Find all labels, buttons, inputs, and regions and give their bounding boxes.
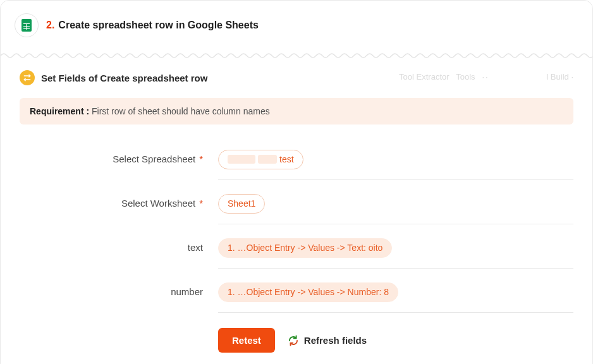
step-panel: 2.Create spreadsheet row in Google Sheet… bbox=[0, 0, 593, 364]
ghost-left: Tool Extractor Tools ·· bbox=[399, 72, 489, 82]
required-star: * bbox=[199, 154, 203, 164]
ghost-row: Tool Extractor Tools ·· I Build · bbox=[399, 72, 573, 82]
field-worksheet[interactable]: Sheet1 bbox=[218, 191, 573, 224]
retest-button[interactable]: Retest bbox=[218, 328, 275, 353]
actions-row: Retest Refresh fields bbox=[20, 313, 573, 353]
row-worksheet: Select Worksheet* Sheet1 bbox=[20, 180, 573, 224]
redacted-block bbox=[228, 155, 255, 164]
pill-text-value: 1. …Object Entry -> Values -> Text: oito bbox=[228, 243, 382, 253]
required-star: * bbox=[199, 198, 203, 209]
pill-number-value: 1. …Object Entry -> Values -> Number: 8 bbox=[228, 287, 389, 298]
subheader: Set Fields of Create spreadsheet row Too… bbox=[1, 59, 592, 94]
requirement-banner: Requirement : First row of sheet should … bbox=[20, 98, 573, 124]
redacted-block bbox=[258, 155, 277, 164]
step-number: 2. bbox=[46, 20, 54, 30]
swap-icon bbox=[20, 70, 35, 85]
app-icon-wrap bbox=[15, 13, 39, 37]
field-spreadsheet[interactable]: test bbox=[218, 147, 573, 180]
label-spreadsheet: Select Spreadsheet* bbox=[20, 147, 203, 164]
pill-number[interactable]: 1. …Object Entry -> Values -> Number: 8 bbox=[218, 282, 398, 302]
row-number: number 1. …Object Entry -> Values -> Num… bbox=[20, 269, 573, 313]
form: Select Spreadsheet* test Select Workshee… bbox=[1, 136, 592, 364]
row-spreadsheet: Select Spreadsheet* test bbox=[20, 136, 573, 180]
wavy-separator bbox=[1, 50, 592, 59]
pill-text[interactable]: 1. …Object Entry -> Values -> Text: oito bbox=[218, 238, 392, 258]
pill-worksheet-text: Sheet1 bbox=[228, 198, 255, 209]
label-worksheet: Select Worksheet* bbox=[20, 191, 203, 209]
field-text[interactable]: 1. …Object Entry -> Values -> Text: oito bbox=[218, 236, 573, 269]
google-sheets-icon bbox=[21, 19, 32, 32]
pill-spreadsheet[interactable]: test bbox=[218, 150, 303, 169]
pill-spreadsheet-text: test bbox=[279, 154, 294, 165]
subheader-title: Set Fields of Create spreadsheet row bbox=[41, 73, 207, 83]
refresh-fields-button[interactable]: Refresh fields bbox=[288, 335, 367, 346]
refresh-label: Refresh fields bbox=[304, 335, 367, 346]
requirement-text: First row of sheet should have column na… bbox=[92, 106, 270, 116]
row-text: text 1. …Object Entry -> Values -> Text:… bbox=[20, 224, 573, 269]
field-number[interactable]: 1. …Object Entry -> Values -> Number: 8 bbox=[218, 280, 573, 313]
label-number: number bbox=[20, 280, 203, 297]
label-text: text bbox=[20, 236, 203, 253]
step-title-text: Create spreadsheet row in Google Sheets bbox=[58, 20, 259, 30]
step-header[interactable]: 2.Create spreadsheet row in Google Sheet… bbox=[1, 1, 592, 50]
refresh-icon bbox=[288, 335, 299, 346]
step-title: 2.Create spreadsheet row in Google Sheet… bbox=[46, 20, 259, 31]
pill-worksheet[interactable]: Sheet1 bbox=[218, 194, 265, 214]
ghost-right: I Build · bbox=[546, 72, 573, 82]
requirement-label: Requirement : bbox=[30, 106, 89, 116]
